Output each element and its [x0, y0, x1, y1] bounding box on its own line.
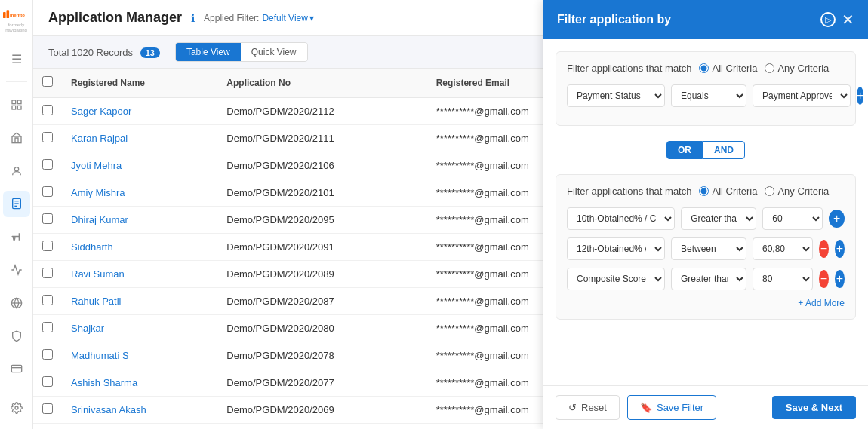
row-app-no: Demo/PGDM/2020/2095 [217, 207, 426, 234]
row-checkbox[interactable] [42, 186, 53, 197]
sidebar-item-globe[interactable] [3, 290, 30, 317]
row-checkbox[interactable] [42, 105, 53, 115]
operator-select-payment[interactable]: Equals [671, 84, 746, 107]
value-select-payment[interactable]: Payment Approved [753, 84, 851, 107]
name-link[interactable]: Sager Kapoor [71, 106, 131, 117]
filter-section-1: Filter applications that match All Crite… [556, 51, 856, 126]
remove-filter-row-button-12th[interactable]: − [819, 240, 829, 258]
sidebar-item-building[interactable] [3, 124, 30, 152]
row-name: Jyoti Mehra [62, 152, 217, 179]
row-name: Rahuk Patil [62, 288, 217, 315]
or-button[interactable]: OR [666, 141, 703, 159]
row-checkbox-cell[interactable] [33, 125, 62, 152]
add-filter-row-button-1[interactable]: + [857, 87, 863, 105]
operator-select-12th[interactable]: Between [671, 237, 746, 260]
name-link[interactable]: Jyoti Mehra [71, 160, 122, 171]
row-checkbox-cell[interactable] [33, 207, 62, 234]
name-link[interactable]: Karan Rajpal [71, 133, 128, 144]
svg-rect-0 [3, 12, 6, 18]
value-select-composite[interactable]: 80 [753, 268, 813, 290]
sidebar-item-card[interactable] [3, 355, 30, 382]
sidebar-item-shield[interactable] [3, 323, 30, 350]
criteria-match-row-2: Filter applications that match All Crite… [567, 185, 845, 197]
sidebar-divider-1 [6, 81, 27, 82]
operator-select-10th[interactable]: Greater than [681, 207, 756, 230]
name-link[interactable]: Siddharth [71, 241, 113, 253]
row-checkbox[interactable] [42, 268, 53, 278]
row-checkbox[interactable] [42, 159, 53, 170]
sidebar-item-settings[interactable] [3, 394, 30, 421]
field-select-payment[interactable]: Payment Status [567, 84, 665, 107]
save-next-button[interactable]: Save & Next [772, 396, 856, 419]
sidebar-item-megaphone[interactable] [3, 223, 30, 250]
table-view-button[interactable]: Table View [176, 43, 241, 61]
row-checkbox[interactable] [42, 349, 53, 360]
filter-tag[interactable]: Defult View ▾ [262, 13, 313, 23]
row-checkbox-cell[interactable] [33, 261, 62, 288]
filter-footer: ↺ Reset 🔖 Save Filter Save & Next [543, 385, 868, 429]
row-checkbox[interactable] [42, 241, 53, 251]
add-filter-row-button-12th[interactable]: + [835, 240, 845, 258]
field-select-12th[interactable]: 12th-Obtained% / CG... [567, 237, 665, 260]
save-filter-button[interactable]: 🔖 Save Filter [627, 395, 716, 420]
or-and-toggle: OR AND [556, 141, 856, 159]
row-checkbox-cell[interactable] [33, 288, 62, 315]
name-link[interactable]: Ashish Sharma [71, 377, 137, 388]
select-all-checkbox[interactable] [42, 76, 53, 87]
field-select-composite[interactable]: Composite Score [567, 268, 665, 290]
row-app-no: Demo/PGDM/2020/2106 [217, 152, 426, 179]
row-app-no: Demo/PGDM/2020/2091 [217, 234, 426, 261]
name-link[interactable]: Madhumati S [71, 350, 129, 361]
filter-close-button[interactable]: ✕ [842, 11, 854, 29]
sidebar-item-users[interactable] [3, 158, 30, 185]
quick-view-button[interactable]: Quick View [241, 43, 307, 61]
name-link[interactable]: Shajkar [71, 323, 104, 334]
name-link[interactable]: Srinivasan Akash [71, 404, 146, 415]
sidebar-item-menu[interactable]: ☰ [3, 45, 30, 72]
row-name: Madhumati S [62, 342, 217, 369]
row-checkbox[interactable] [42, 213, 53, 224]
sidebar-item-dashboard[interactable] [3, 91, 30, 118]
sidebar-item-analytics[interactable] [3, 256, 30, 283]
select-all-header[interactable] [33, 69, 62, 97]
row-checkbox[interactable] [42, 295, 53, 305]
row-checkbox-cell[interactable] [33, 424, 62, 430]
filter-help-icon[interactable]: ▷ [820, 12, 836, 27]
any-criteria-radio-2[interactable]: Any Criteria [765, 185, 829, 197]
criteria-match-row-1: Filter applications that match All Crite… [567, 63, 845, 74]
sidebar-item-applications[interactable] [3, 191, 30, 218]
add-filter-row-button-2[interactable]: + [829, 210, 845, 228]
row-checkbox-cell[interactable] [33, 152, 62, 179]
row-checkbox-cell[interactable] [33, 97, 62, 125]
page-info-icon[interactable]: ℹ [191, 12, 195, 24]
col-application-no: Application No [217, 69, 426, 97]
name-link[interactable]: Ravi Suman [71, 268, 125, 280]
value-select-10th[interactable]: 60 [762, 207, 823, 230]
row-name: Ravi Suman [62, 261, 217, 288]
and-button[interactable]: AND [703, 141, 745, 159]
any-criteria-radio-1[interactable]: Any Criteria [765, 63, 829, 74]
name-link[interactable]: Rahuk Patil [71, 296, 121, 307]
row-checkbox-cell[interactable] [33, 369, 62, 397]
row-checkbox[interactable] [42, 403, 53, 414]
remove-filter-row-button-composite[interactable]: − [819, 270, 829, 288]
row-checkbox-cell[interactable] [33, 315, 62, 342]
field-select-10th[interactable]: 10th-Obtained% / CG... [567, 207, 675, 230]
name-link[interactable]: Dhiraj Kumar [71, 214, 128, 225]
row-checkbox-cell[interactable] [33, 179, 62, 207]
row-checkbox-cell[interactable] [33, 234, 62, 261]
row-checkbox[interactable] [42, 322, 53, 332]
all-criteria-radio-1[interactable]: All Criteria [699, 63, 757, 74]
operator-select-composite[interactable]: Greater than [671, 268, 746, 290]
add-more-link[interactable]: + Add More [567, 298, 845, 308]
row-checkbox-cell[interactable] [33, 397, 62, 424]
add-filter-row-button-composite[interactable]: + [835, 270, 845, 288]
row-checkbox-cell[interactable] [33, 342, 62, 369]
row-name: Karan Rajpal [62, 125, 217, 152]
all-criteria-radio-2[interactable]: All Criteria [699, 185, 757, 197]
reset-button[interactable]: ↺ Reset [556, 395, 620, 420]
row-checkbox[interactable] [42, 376, 53, 387]
row-checkbox[interactable] [42, 132, 53, 142]
name-link[interactable]: Amiy Mishra [71, 187, 125, 198]
value-select-12th[interactable]: 60,80 [753, 237, 813, 260]
